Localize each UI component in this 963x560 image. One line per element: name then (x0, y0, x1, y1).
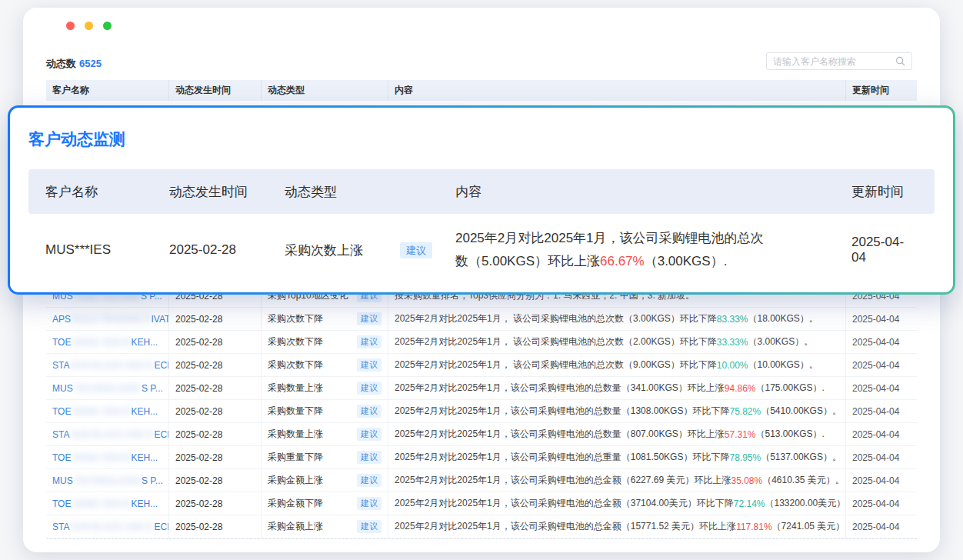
event-date-cell: 2025-02-28 (169, 308, 262, 330)
column-header-customer-name: 客户名称 (46, 80, 169, 101)
event-type-cell: 采购金额下降建议 (262, 492, 388, 515)
customer-search (766, 52, 912, 70)
event-type-cell: 采购数量上涨建议 (262, 423, 388, 445)
column-header-update-time: 更新时间 (846, 80, 917, 101)
blurred-name-segment: TECHNOLOGIE (74, 475, 141, 486)
content-cell: 2025年2月对比2025年1月， 该公司采购锂电池的总次数（9.00KGS）环… (388, 354, 846, 376)
table-row: APSGOLD TRADING PIVAT... 2025-02-28 采购次数… (46, 308, 917, 331)
customer-name-link[interactable]: STASUN BLACK AND DECK... (46, 354, 169, 376)
dynamics-count: 动态数6525 (46, 57, 102, 71)
overlay-percent-value: 66.67% (600, 254, 645, 268)
blurred-name-segment: SUN BLACK AND D (70, 360, 153, 371)
suggestion-badge: 建议 (357, 451, 382, 464)
content-cell: 2025年2月对比2025年1月，该公司采购锂电池的总数量（807.00KGS）… (388, 423, 846, 445)
update-time-cell: 2025-04-04 (846, 423, 917, 445)
content-cell: 2025年2月对比2025年1月，该公司采购锂电池的总金额（15771.52 美… (388, 515, 846, 538)
minimize-button[interactable] (85, 22, 93, 30)
customer-name-link[interactable]: STASUN BLACK AND DECK... (46, 515, 169, 538)
content-cell: 2025年2月对比2025年1月，该公司采购锂电池的总金额（6227.69 美元… (388, 469, 846, 492)
update-time-cell: 2025-04-04 (846, 400, 917, 422)
suggestion-badge: 建议 (357, 405, 382, 418)
blurred-name-segment: SUN BLACK AND D (70, 429, 153, 440)
event-date-cell: 2025-02-28 (169, 446, 262, 468)
event-date-cell: 2025-02-28 (169, 423, 262, 445)
update-time-cell: 2025-04-04 (846, 331, 917, 353)
update-time-cell: 2025-04-04 (846, 308, 917, 330)
customer-name-link[interactable]: STASUN BLACK AND DECK... (46, 423, 169, 445)
event-date-cell: 2025-02-28 (169, 492, 262, 515)
blurred-name-segment: TECHNOLOGIE (74, 383, 141, 394)
table-rows: MUSTANG TECHNOS P... 2025-02-28 采购Top10地… (46, 285, 917, 538)
overlay-event-date: 2025-02-28 (169, 242, 285, 258)
close-button[interactable] (66, 22, 75, 30)
event-date-cell: 2025-02-28 (169, 469, 262, 492)
overlay-column-update-time: 更新时间 (851, 183, 918, 201)
overlay-table-header: 客户名称 动态发生时间 动态类型 内容 更新时间 (28, 169, 935, 214)
column-header-event-time: 动态发生时间 (169, 80, 262, 101)
overlay-column-content: 内容 (455, 183, 851, 201)
table-row: STASUN BLACK AND DECK... 2025-02-28 采购金额… (46, 515, 917, 538)
overlay-customer-name: MUS***IES (45, 242, 169, 258)
dynamics-count-label: 动态数 (46, 58, 76, 69)
content-cell: 2025年2月对比2025年1月， 该公司采购锂电池的总次数（3.00KGS）环… (388, 308, 846, 330)
suggestion-badge: 建议 (357, 520, 382, 533)
search-icon[interactable] (895, 56, 905, 66)
overlay-table-row: MUS***IES 2025-02-28 采购次数上涨 建议 2025年2月对比… (28, 214, 935, 286)
event-type-cell: 采购重量下降建议 (262, 446, 388, 468)
table-bottom-border (46, 538, 917, 539)
dynamics-count-value: 6525 (79, 58, 102, 69)
content-cell: 2025年2月对比2025年1月，该公司采购锂电池的总重量（1081.50KGS… (388, 446, 846, 468)
event-date-cell: 2025-02-28 (169, 400, 262, 422)
update-time-cell: 2025-04-04 (846, 446, 917, 468)
event-type-cell: 采购金额上涨建议 (262, 515, 388, 538)
table-row: TOEHONG SDN BKEH... 2025-02-28 采购次数下降建议 … (46, 331, 917, 354)
table-row: TOEHONG SDN BKEH... 2025-02-28 采购重量下降建议 … (46, 446, 917, 469)
event-type-cell: 采购数量上涨建议 (262, 377, 388, 399)
table-header: 客户名称 动态发生时间 动态类型 内容 更新时间 (46, 80, 917, 101)
update-time-cell: 2025-04-04 (846, 492, 917, 515)
table-row: TOEHONG SDN BKEH... 2025-02-28 采购数量下降建议 … (46, 400, 917, 423)
suggestion-badge: 建议 (357, 382, 382, 395)
search-input[interactable] (773, 56, 895, 67)
overlay-update-time: 2025-04-04 (851, 235, 918, 265)
event-type-cell: 采购数量下降建议 (262, 400, 388, 422)
table-row: TOEHONG SDN BKEH... 2025-02-28 采购金额下降建议 … (46, 492, 917, 515)
event-date-cell: 2025-02-28 (169, 331, 262, 353)
update-time-cell: 2025-04-04 (846, 377, 917, 399)
suggestion-badge: 建议 (357, 335, 382, 348)
overlay-column-event-type: 动态类型 (285, 183, 455, 201)
blurred-name-segment: HONG SDN B (72, 498, 130, 509)
overlay-content: 2025年2月对比2025年1月，该公司采购锂电池的总次数（5.00KGS）环比… (455, 227, 771, 273)
overlay-title: 客户动态监测 (28, 128, 935, 151)
customer-name-link[interactable]: TOEHONG SDN BKEH... (46, 400, 169, 422)
customer-name-link[interactable]: MUSTECHNOLOGIES P... (46, 469, 169, 492)
overlay-column-customer-name: 客户名称 (45, 183, 169, 201)
event-date-cell: 2025-02-28 (169, 377, 262, 399)
content-cell: 2025年2月对比2025年1月， 该公司采购锂电池的总次数（2.00KGS）环… (388, 331, 846, 353)
event-type-cell: 采购次数下降建议 (262, 354, 388, 376)
window-controls (66, 22, 112, 30)
overlay-event-type: 采购次数上涨 (285, 242, 363, 259)
update-time-cell: 2025-04-04 (846, 354, 917, 376)
table-row: MUSTECHNOLOGIES P... 2025-02-28 采购金额上涨建议… (46, 469, 917, 492)
table-row: MUSTECHNOLOGIES P... 2025-02-28 采购数量上涨建议… (46, 377, 917, 400)
suggestion-badge: 建议 (357, 312, 382, 325)
content-cell: 2025年2月对比2025年1月，该公司采购锂电池的总金额（37104.00美元… (388, 492, 846, 515)
table-row: STASUN BLACK AND DECK... 2025-02-28 采购数量… (46, 423, 917, 446)
event-type-cell: 采购次数下降建议 (262, 331, 388, 353)
zoom-button[interactable] (103, 22, 112, 30)
event-date-cell: 2025-02-28 (169, 354, 262, 376)
column-header-event-type: 动态类型 (262, 80, 388, 101)
customer-name-link[interactable]: TOEHONG SDN BKEH... (46, 331, 169, 353)
overlay-suggestion-badge: 建议 (400, 242, 432, 258)
overlay-column-event-time: 动态发生时间 (169, 183, 285, 201)
customer-name-link[interactable]: APSGOLD TRADING PIVAT... (46, 308, 169, 330)
suggestion-badge: 建议 (357, 428, 382, 441)
customer-name-link[interactable]: TOEHONG SDN BKEH... (46, 446, 169, 468)
customer-name-link[interactable]: MUSTECHNOLOGIES P... (46, 377, 169, 399)
content-cell: 2025年2月对比2025年1月，该公司采购锂电池的总数量（1308.00KGS… (388, 400, 846, 422)
update-time-cell: 2025-04-04 (846, 469, 917, 492)
customer-name-link[interactable]: TOEHONG SDN BKEH... (46, 492, 169, 515)
blurred-name-segment: SUN BLACK AND D (70, 522, 153, 532)
column-header-content: 内容 (388, 80, 846, 101)
